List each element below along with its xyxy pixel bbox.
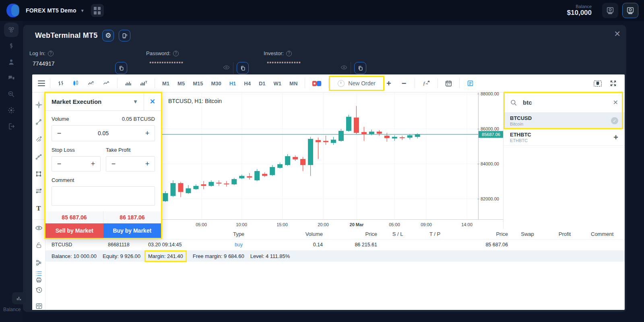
comment-input[interactable] <box>52 186 155 206</box>
journal-tab[interactable] <box>34 301 44 311</box>
volume-value[interactable]: 0.05 <box>98 130 109 136</box>
trendline-tool[interactable] <box>33 117 44 127</box>
indicators-button[interactable]: ƒ <box>418 74 434 92</box>
chevron-down-icon[interactable]: ▼ <box>133 99 138 105</box>
volume-plus-button[interactable]: + <box>140 129 155 138</box>
timeframe-MN[interactable]: MN <box>285 80 301 87</box>
menu-button[interactable] <box>38 79 45 88</box>
help-icon[interactable]: ? <box>48 51 54 56</box>
column-header-tp[interactable]: T / P <box>416 231 454 237</box>
column-header-type[interactable]: Type <box>206 231 271 237</box>
column-header-swap[interactable]: Swap <box>510 231 545 237</box>
one-click-trading-button[interactable] <box>308 74 325 92</box>
copy-login-button[interactable] <box>115 62 127 74</box>
polyline-tool[interactable] <box>33 151 44 162</box>
sidebar-item-settings[interactable] <box>4 103 19 118</box>
terminal-settings-button[interactable]: ⚙ <box>102 30 114 41</box>
show-password-icon[interactable] <box>223 64 230 72</box>
sidebar-item-profile[interactable] <box>4 55 19 69</box>
watchlist-item-BTCUSD[interactable]: BTCUSDBitcoin✓ <box>504 113 625 129</box>
modal-close-icon[interactable]: ✕ <box>614 29 621 39</box>
account-name: FOREX MT5 Demo <box>26 7 76 14</box>
position-cell: 03.20 09:14:45 <box>142 242 206 248</box>
news-button[interactable] <box>463 74 478 92</box>
fullscreen-button[interactable] <box>606 74 621 92</box>
timeframe-H4[interactable]: H4 <box>240 80 255 87</box>
crosshair-tool[interactable] <box>33 99 44 110</box>
timeframe-D1[interactable]: D1 <box>255 80 270 87</box>
zoom-in-button[interactable]: + <box>381 79 396 88</box>
chart-type-candles-button[interactable] <box>68 74 83 92</box>
login-input[interactable]: 7744917 <box>29 60 115 76</box>
apps-grid-button[interactable] <box>91 4 104 17</box>
help-icon[interactable]: ? <box>286 51 292 56</box>
timeframe-W1[interactable]: W1 <box>270 80 286 87</box>
show-investor-icon[interactable] <box>341 64 347 72</box>
column-header-comment[interactable]: Comment <box>585 231 621 237</box>
deposit-icon <box>606 6 615 15</box>
order-type-select[interactable]: Market Execution <box>52 98 133 105</box>
close-dialog-icon[interactable]: ✕ <box>144 93 155 111</box>
investor-input[interactable]: ************** <box>263 60 337 76</box>
price-axis[interactable]: 88000.0086000.0084000.0082000.0085687.06 <box>478 93 503 219</box>
history-tab[interactable] <box>34 285 44 295</box>
tp-plus-button[interactable]: + <box>140 160 155 168</box>
volume-minus-button[interactable]: − <box>52 129 66 138</box>
tick-volumes-button[interactable] <box>136 74 151 92</box>
volumes-button[interactable] <box>121 74 136 92</box>
candlestick-chart[interactable] <box>161 93 478 219</box>
sidebar-item-finance[interactable] <box>4 39 19 53</box>
account-dropdown-caret-icon[interactable]: ▼ <box>80 8 85 13</box>
text-tool[interactable]: T <box>33 203 44 214</box>
column-header-price[interactable]: Price <box>454 231 510 237</box>
search-input[interactable]: btc <box>523 99 613 106</box>
timeframe-M1[interactable]: M1 <box>158 80 173 87</box>
column-header-sl[interactable]: S / L <box>380 231 416 237</box>
buy-by-market-button[interactable]: Buy by Market <box>103 223 161 238</box>
deposit-button[interactable] <box>602 3 618 18</box>
timeframe-M15[interactable]: M15 <box>189 80 207 87</box>
sidebar-item-trading[interactable] <box>4 23 19 37</box>
visibility-tool[interactable] <box>33 219 45 233</box>
column-header-profit[interactable]: Profit <box>545 231 585 237</box>
fibonacci-tool[interactable] <box>33 186 44 196</box>
watchlist-item-ETHBTC[interactable]: ETHBTCETHBTC+ <box>504 129 625 146</box>
withdraw-button[interactable] <box>622 3 638 18</box>
column-header-volume[interactable]: Volume <box>271 231 325 237</box>
time-axis[interactable]: 05:0010:0015:0020:0020 Mar05:0009:0014:0… <box>161 219 478 229</box>
chart-type-bars-button[interactable] <box>54 74 68 92</box>
channel-tool[interactable] <box>33 134 44 144</box>
time-tick: 09:00 <box>421 222 432 227</box>
symbol-search[interactable]: btc ✕ <box>504 93 625 113</box>
clear-search-icon[interactable]: ✕ <box>613 99 618 106</box>
trade-tab[interactable] <box>34 268 44 279</box>
open-on-device-button[interactable] <box>119 30 130 41</box>
sidebar-item-analytics[interactable] <box>4 87 19 101</box>
tp-minus-button[interactable]: − <box>106 160 121 168</box>
sl-plus-button[interactable]: + <box>86 160 100 168</box>
help-icon[interactable]: ? <box>173 51 179 56</box>
position-row[interactable]: BTCUSD8668111803.20 09:14:45buy0.1486 21… <box>45 239 625 250</box>
zoom-out-button[interactable]: − <box>396 79 412 88</box>
sl-minus-button[interactable]: − <box>52 160 66 168</box>
lock-tool[interactable] <box>33 240 44 250</box>
sell-price: 85 687.06 <box>45 211 103 223</box>
timeframe-H1[interactable]: H1 <box>225 80 240 87</box>
timeframe-M30[interactable]: M30 <box>207 80 225 87</box>
chart-type-area-button[interactable] <box>83 74 99 92</box>
calendar-button[interactable] <box>441 74 456 92</box>
new-order-label: New Order <box>348 80 376 87</box>
sidebar-item-support-chat[interactable] <box>4 71 19 85</box>
shapes-tool[interactable] <box>33 169 44 179</box>
sidebar-item-logout[interactable] <box>4 119 19 134</box>
sell-by-market-button[interactable]: Sell by Market <box>45 223 103 238</box>
chart-type-line-button[interactable] <box>99 74 114 92</box>
screenshot-button[interactable] <box>590 74 606 92</box>
copy-investor-button[interactable] <box>354 62 366 74</box>
new-order-button[interactable]: New Order <box>332 74 381 92</box>
copy-password-button[interactable] <box>237 62 249 74</box>
password-input[interactable]: ************** <box>145 60 220 76</box>
column-header-price[interactable]: Price <box>325 231 380 237</box>
timeframe-M5[interactable]: M5 <box>173 80 189 87</box>
add-symbol-icon[interactable]: + <box>613 133 618 142</box>
